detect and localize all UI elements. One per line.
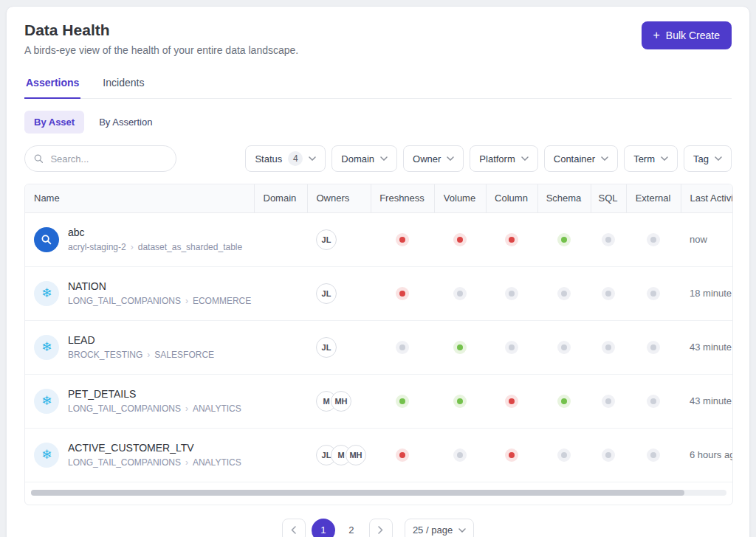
status-cell-column[interactable] [486, 320, 537, 374]
filter-container-dropdown[interactable]: Container [544, 145, 618, 172]
asset-cell: ❄NATIONLONG_TAIL_COMPANIONS›ECOMMERCE [25, 280, 254, 306]
status-cell-volume[interactable] [434, 374, 486, 428]
bulk-create-button[interactable]: + Bulk Create [642, 21, 732, 49]
page-button-2[interactable]: 2 [340, 519, 363, 537]
status-dot-gray [602, 233, 615, 246]
status-cell-external[interactable] [626, 428, 681, 482]
page-button-1[interactable]: 1 [312, 519, 335, 537]
search-icon [34, 153, 43, 164]
status-cell-volume[interactable] [434, 428, 486, 482]
horizontal-scrollbar-thumb[interactable] [31, 490, 684, 496]
owner-avatar[interactable]: JL [316, 229, 337, 250]
path-segment[interactable]: ANALYTICS [193, 457, 241, 468]
chevron-down-icon [715, 156, 722, 161]
filter-term-dropdown[interactable]: Term [624, 145, 678, 172]
status-cell-schema[interactable] [537, 320, 591, 374]
status-cell-volume[interactable] [434, 320, 486, 374]
status-dot-gray [557, 448, 571, 462]
table-row[interactable]: ❄PET_DETAILSLONG_TAIL_COMPANIONS›ANALYTI… [25, 374, 733, 428]
status-cell-volume[interactable] [434, 212, 486, 266]
view-toggle: By Asset By Assertion [24, 111, 732, 134]
filter-status-dropdown[interactable]: Status4 [245, 145, 326, 172]
filter-owner-dropdown[interactable]: Owner [403, 145, 464, 172]
path-segment[interactable]: LONG_TAIL_COMPANIONS [68, 296, 181, 306]
status-cell-column[interactable] [486, 266, 537, 320]
path-segment[interactable]: SALESFORCE [154, 350, 214, 360]
asset-name[interactable]: NATION [68, 280, 251, 292]
status-cell-schema[interactable] [537, 428, 591, 482]
owners-cell: MMH [307, 391, 371, 412]
owner-avatar[interactable]: JL [316, 337, 337, 358]
status-dot-red [505, 395, 518, 408]
search-input[interactable] [49, 153, 167, 165]
asset-name[interactable]: abc [68, 226, 242, 238]
path-segment[interactable]: BROCK_TESTING [68, 350, 142, 360]
status-cell-sql[interactable] [591, 320, 626, 374]
asset-cell: ❄LEADBROCK_TESTING›SALESFORCE [25, 334, 254, 360]
status-cell-freshness[interactable] [371, 266, 434, 320]
asset-path: acryl-staging-2›dataset_as_sharded_table [68, 242, 242, 252]
asset-name[interactable]: PET_DETAILS [68, 388, 241, 400]
filter-tag-dropdown[interactable]: Tag [684, 145, 732, 172]
table-row[interactable]: ❄NATIONLONG_TAIL_COMPANIONS›ECOMMERCEJL1… [25, 266, 733, 320]
toggle-by-asset[interactable]: By Asset [24, 111, 84, 134]
path-segment[interactable]: dataset_as_sharded_table [138, 242, 242, 252]
asset-path: BROCK_TESTING›SALESFORCE [68, 350, 214, 360]
status-cell-column[interactable] [486, 374, 537, 428]
bigquery-icon [34, 227, 59, 252]
status-cell-freshness[interactable] [371, 374, 434, 428]
status-cell-external[interactable] [626, 266, 681, 320]
table-row[interactable]: ❄ACTIVE_CUSTOMER_LTVLONG_TAIL_COMPANIONS… [25, 428, 733, 482]
status-cell-schema[interactable] [537, 212, 591, 266]
page-size-dropdown[interactable]: 25 / page [405, 519, 474, 537]
search-box[interactable] [24, 145, 176, 172]
asset-name[interactable]: LEAD [68, 334, 214, 346]
filter-domain-dropdown[interactable]: Domain [331, 145, 397, 172]
next-page-button[interactable] [369, 519, 393, 537]
toggle-by-assertion[interactable]: By Assertion [92, 111, 159, 134]
status-cell-schema[interactable] [537, 266, 591, 320]
path-segment[interactable]: LONG_TAIL_COMPANIONS [68, 457, 181, 468]
table-row[interactable]: abcacryl-staging-2›dataset_as_sharded_ta… [25, 212, 733, 266]
status-cell-column[interactable] [486, 212, 537, 266]
status-cell-sql[interactable] [591, 212, 626, 266]
status-cell-freshness[interactable] [371, 320, 434, 374]
status-cell-freshness[interactable] [371, 428, 434, 482]
previous-page-button[interactable] [282, 519, 306, 537]
status-cell-external[interactable] [626, 374, 681, 428]
page-header: Data Health A birds-eye view of the heal… [24, 21, 732, 56]
status-cell-sql[interactable] [591, 428, 626, 482]
owner-avatar[interactable]: JL [316, 283, 337, 304]
path-segment[interactable]: ANALYTICS [193, 403, 241, 414]
page-background: Data Health A birds-eye view of the heal… [0, 0, 756, 537]
status-dot-gray [396, 341, 409, 354]
status-cell-schema[interactable] [537, 374, 591, 428]
path-segment[interactable]: LONG_TAIL_COMPANIONS [68, 403, 181, 414]
asset-name[interactable]: ACTIVE_CUSTOMER_LTV [68, 442, 241, 454]
pagination: 12 25 / page [24, 519, 732, 537]
owner-avatar[interactable]: MH [331, 391, 351, 412]
status-cell-column[interactable] [486, 428, 537, 482]
chevron-down-icon [458, 528, 466, 533]
tab-incidents[interactable]: Incidents [101, 69, 145, 98]
column-header-volume: Volume [434, 184, 486, 212]
filter-platform-dropdown[interactable]: Platform [470, 145, 537, 172]
status-dot-gray [453, 287, 467, 300]
path-segment[interactable]: acryl-staging-2 [68, 242, 126, 252]
tab-assertions[interactable]: Assertions [24, 69, 80, 99]
status-cell-external[interactable] [626, 320, 681, 374]
status-cell-sql[interactable] [591, 374, 626, 428]
status-dot-red [505, 233, 518, 246]
status-cell-sql[interactable] [591, 266, 626, 320]
last-activity-cell: 6 hours ag [681, 428, 733, 482]
status-cell-freshness[interactable] [371, 212, 434, 266]
status-dot-red [505, 448, 518, 462]
status-cell-volume[interactable] [434, 266, 486, 320]
last-activity-cell: 43 minute [681, 374, 733, 428]
owner-avatar[interactable]: MH [346, 445, 366, 465]
owners-cell: JL [307, 337, 371, 358]
domain-cell [254, 212, 307, 266]
table-row[interactable]: ❄LEADBROCK_TESTING›SALESFORCEJL43 minute [25, 320, 733, 374]
status-cell-external[interactable] [626, 212, 681, 266]
path-segment[interactable]: ECOMMERCE [193, 296, 251, 306]
